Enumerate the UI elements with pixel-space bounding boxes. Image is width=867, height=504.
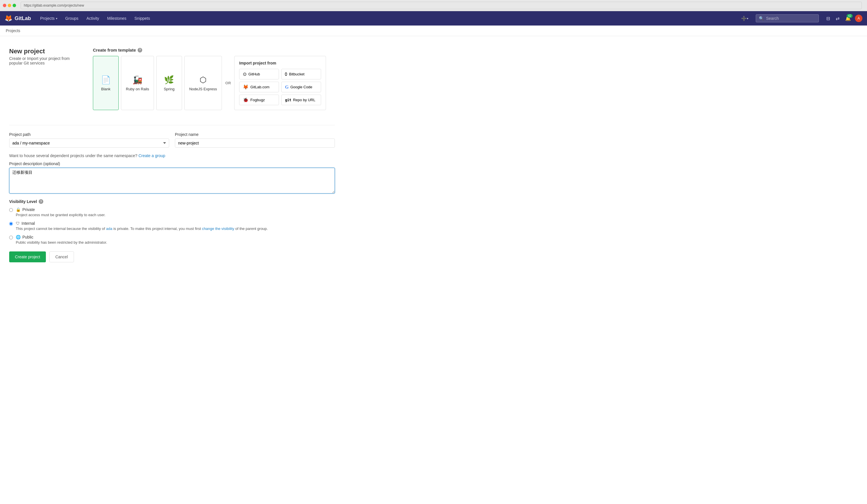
- import-section: Import project from ⊙ GitHub ⧮: [234, 56, 326, 110]
- import-github-button[interactable]: ⊙ GitHub: [239, 69, 279, 79]
- visibility-help-icon[interactable]: ?: [39, 199, 43, 204]
- nav-projects-label: Projects: [40, 16, 55, 21]
- main-content: New project Create or Import your projec…: [0, 36, 344, 269]
- import-bitbucket-button[interactable]: ⧮ Bitbucket: [281, 69, 321, 79]
- merge-request-icon: ⇄: [836, 16, 839, 21]
- gitlab-fox-icon: 🦊: [4, 14, 12, 22]
- import-repo-by-url-button[interactable]: git Repo by URL: [281, 95, 321, 105]
- visibility-private-label[interactable]: 🔒 Private: [16, 207, 106, 212]
- import-gitlabcom-button[interactable]: 🦊 GitLab.com: [239, 82, 279, 92]
- breadcrumb: Projects: [0, 25, 867, 36]
- nav-groups-label: Groups: [65, 16, 78, 21]
- visibility-internal-option: 🛡 Internal This project cannot be intern…: [9, 221, 335, 231]
- visibility-internal-content: 🛡 Internal This project cannot be intern…: [16, 221, 268, 231]
- help-icon[interactable]: ?: [138, 48, 142, 52]
- internal-ada-link[interactable]: ada: [106, 226, 113, 231]
- minimize-button[interactable]: [8, 4, 11, 7]
- nav-projects[interactable]: Projects ▾: [37, 14, 61, 23]
- plus-icon: ➕: [741, 16, 747, 21]
- import-googlecode-button[interactable]: G Google Code: [281, 82, 321, 92]
- user-avatar[interactable]: A: [855, 14, 863, 22]
- search-bar[interactable]: 🔍: [756, 14, 819, 22]
- nav-milestones-label: Milestones: [107, 16, 127, 21]
- plus-chevron-icon: ▾: [747, 17, 748, 20]
- bitbucket-label: Bitbucket: [289, 72, 304, 76]
- template-nodejs-express[interactable]: ⬡ NodeJS Express: [184, 56, 222, 110]
- form-path-name-row: Project path ada / my-namespace Project …: [9, 132, 335, 148]
- visibility-section: Visibility Level ? 🔒 Private Project acc…: [9, 199, 335, 245]
- browser-chrome: https://gitlab.example.com/projects/new: [0, 0, 867, 11]
- template-blank[interactable]: 📄 Blank: [93, 56, 119, 110]
- import-grid: ⊙ GitHub ⧮ Bitbucket 🦊: [239, 69, 321, 105]
- description-textarea[interactable]: 迁移新项目: [9, 168, 335, 193]
- url-bar[interactable]: https://gitlab.example.com/projects/new: [21, 2, 862, 9]
- visibility-internal-radio[interactable]: [9, 222, 13, 226]
- change-visibility-link[interactable]: change the visibility: [202, 226, 234, 231]
- repo-by-url-label: Repo by URL: [293, 98, 315, 102]
- googlecode-icon: G: [285, 85, 288, 90]
- globe-icon: 🌐: [16, 235, 21, 239]
- project-name-input[interactable]: [175, 138, 335, 148]
- sidebar-toggle-button[interactable]: ⊟: [825, 14, 832, 23]
- breadcrumb-text: Projects: [6, 28, 20, 33]
- namespace-hint-text: Want to house several dependent projects…: [9, 153, 137, 158]
- public-label-text: Public: [22, 235, 33, 239]
- create-from-template-header: Create from template ?: [93, 47, 335, 52]
- notification-badge: 42: [847, 14, 853, 18]
- create-group-link[interactable]: Create a group: [138, 153, 165, 158]
- new-project-icon-button[interactable]: ➕ ▾: [739, 14, 750, 23]
- cancel-button[interactable]: Cancel: [49, 251, 74, 262]
- merge-requests-button[interactable]: ⇄: [834, 14, 841, 23]
- search-icon: 🔍: [759, 16, 764, 21]
- bitbucket-icon: ⧮: [285, 72, 287, 77]
- github-icon: ⊙: [243, 72, 247, 77]
- visibility-public-label[interactable]: 🌐 Public: [16, 235, 107, 239]
- visibility-label: Visibility Level: [9, 199, 37, 204]
- nodejs-icon: ⬡: [200, 75, 206, 85]
- nav-groups[interactable]: Groups: [62, 14, 82, 23]
- import-title: Import project from: [239, 61, 321, 65]
- nav-snippets[interactable]: Snippets: [131, 14, 153, 23]
- template-grid: 📄 Blank 🚂 Ruby on Rails 🌿 S: [93, 56, 222, 110]
- create-from-template-label: Create from template: [93, 47, 136, 52]
- nodejs-label: NodeJS Express: [189, 87, 217, 91]
- blank-icon: 📄: [101, 75, 111, 85]
- namespace-hint: Want to house several dependent projects…: [9, 153, 335, 158]
- close-button[interactable]: [3, 4, 6, 7]
- navbar-icons: ⊟ ⇄ 🔔 42 A: [825, 14, 863, 23]
- import-fogbugz-button[interactable]: 🐞 Fogbugz: [239, 95, 279, 105]
- notifications-button[interactable]: 🔔 42: [844, 14, 853, 23]
- gitlab-logo[interactable]: 🦊 GitLab: [4, 14, 31, 22]
- private-description: Project access must be granted explicitl…: [16, 213, 106, 217]
- project-form: Project path ada / my-namespace Project …: [9, 125, 335, 262]
- project-name-group: Project name: [175, 132, 335, 148]
- project-name-label: Project name: [175, 132, 335, 137]
- private-label-text: Private: [22, 207, 35, 212]
- blank-label: Blank: [101, 87, 111, 91]
- maximize-button[interactable]: [13, 4, 16, 7]
- sidebar-icon: ⊟: [826, 16, 830, 21]
- visibility-public-radio[interactable]: [9, 236, 13, 239]
- page-title: New project: [9, 47, 84, 55]
- page-subtitle: Create or Import your project from popul…: [9, 56, 84, 65]
- visibility-private-radio[interactable]: [9, 208, 13, 212]
- ruby-on-rails-label: Ruby on Rails: [126, 87, 149, 91]
- nav-milestones[interactable]: Milestones: [104, 14, 130, 23]
- create-project-button[interactable]: Create project: [9, 251, 46, 262]
- ruby-on-rails-icon: 🚂: [132, 75, 142, 85]
- project-path-select[interactable]: ada / my-namespace: [9, 138, 169, 148]
- nav-activity[interactable]: Activity: [83, 14, 103, 23]
- gitlab-logo-text: GitLab: [14, 15, 31, 21]
- new-project-layout: New project Create or Import your projec…: [9, 47, 335, 116]
- create-from-template-section: Create from template ? 📄 Blank: [93, 47, 335, 110]
- new-project-right: Create from template ? 📄 Blank: [93, 47, 335, 116]
- template-ruby-on-rails[interactable]: 🚂 Ruby on Rails: [121, 56, 154, 110]
- traffic-lights: [3, 4, 16, 7]
- template-spring[interactable]: 🌿 Spring: [156, 56, 182, 110]
- visibility-internal-label[interactable]: 🛡 Internal: [16, 221, 268, 226]
- github-label: GitHub: [248, 72, 260, 76]
- search-input[interactable]: [766, 16, 816, 21]
- repo-by-url-icon: git: [285, 98, 291, 102]
- url-text: https://gitlab.example.com/projects/new: [24, 3, 84, 8]
- project-path-label: Project path: [9, 132, 169, 137]
